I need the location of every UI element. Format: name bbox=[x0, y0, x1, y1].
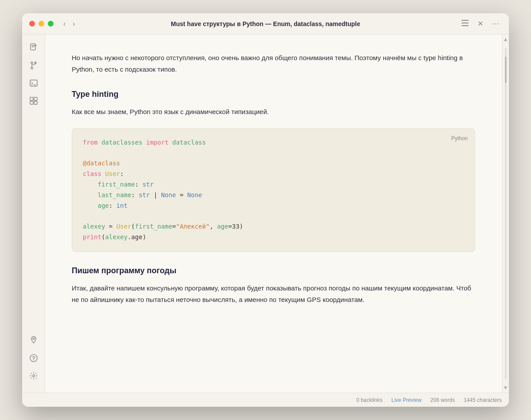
code-line: age: int bbox=[83, 201, 464, 211]
grid-icon[interactable] bbox=[26, 93, 42, 109]
sidebar: ? bbox=[22, 34, 45, 393]
code-line: alexey = User(first_name="Алексей", age=… bbox=[83, 221, 464, 232]
code-line: last_name: str | None = None bbox=[83, 190, 464, 201]
minimize-button[interactable] bbox=[38, 21, 44, 27]
section2-body: Итак, давайте напишем консульную програм… bbox=[72, 283, 475, 306]
code-block: Python from dataclasses import dataclass… bbox=[72, 128, 475, 252]
svg-rect-11 bbox=[34, 101, 37, 104]
close-button[interactable] bbox=[29, 21, 35, 27]
main-layout: ? Но начать нужно с некоторого отступлен… bbox=[22, 34, 509, 393]
content-area: Но начать нужно с некоторого отступления… bbox=[45, 34, 509, 393]
app-window: ‹ › Must have структуры в Python — Enum,… bbox=[22, 13, 509, 407]
nav-arrows: ‹ › bbox=[61, 18, 78, 30]
svg-point-4 bbox=[31, 62, 33, 64]
svg-rect-10 bbox=[30, 101, 33, 104]
svg-point-15 bbox=[32, 375, 35, 377]
document-icon[interactable] bbox=[26, 40, 42, 56]
svg-point-12 bbox=[33, 338, 35, 340]
panel-button[interactable] bbox=[459, 18, 471, 30]
code-line: first_name: str bbox=[83, 179, 464, 190]
more-button[interactable]: ⋯ bbox=[489, 18, 502, 30]
code-content: from dataclasses import dataclass @datac… bbox=[83, 137, 464, 243]
words-status: 206 words bbox=[431, 397, 455, 403]
branch-icon[interactable] bbox=[26, 57, 42, 73]
svg-point-6 bbox=[31, 67, 33, 69]
article-intro: Но начать нужно с некоторого отступления… bbox=[72, 52, 475, 76]
scrollbar-right: ▲ ▼ bbox=[502, 34, 509, 393]
svg-rect-0 bbox=[462, 20, 469, 21]
scrollbar-track bbox=[505, 48, 507, 379]
settings-icon[interactable] bbox=[26, 368, 42, 384]
section1-body: Как все мы знаем, Python это язык с дина… bbox=[72, 106, 475, 118]
svg-rect-2 bbox=[462, 25, 469, 26]
scroll-down-arrow[interactable]: ▼ bbox=[501, 383, 509, 393]
status-bar: 0 backlinks Live Preview 206 words 1445 … bbox=[22, 393, 509, 407]
svg-rect-7 bbox=[30, 80, 37, 86]
svg-rect-8 bbox=[30, 97, 33, 100]
titlebar-actions: ✕ ⋯ bbox=[459, 18, 502, 30]
location-icon[interactable] bbox=[26, 332, 42, 348]
code-line bbox=[83, 211, 464, 221]
svg-rect-1 bbox=[462, 23, 469, 23]
traffic-lights bbox=[29, 21, 54, 27]
code-lang: Python bbox=[451, 134, 468, 143]
panel-icon bbox=[462, 20, 469, 26]
sidebar-top bbox=[26, 40, 42, 331]
section2-heading: Пишем программу погоды bbox=[72, 266, 475, 275]
scrollbar-thumb[interactable] bbox=[505, 57, 507, 83]
code-line: print(alexey.age) bbox=[83, 232, 464, 243]
terminal-icon[interactable] bbox=[26, 75, 42, 91]
scroll-up-arrow[interactable]: ▲ bbox=[501, 34, 509, 44]
section1-heading: Type hinting bbox=[72, 90, 475, 99]
close-x-button[interactable]: ✕ bbox=[475, 18, 486, 30]
characters-status: 1445 characters bbox=[464, 397, 502, 403]
sidebar-bottom: ? bbox=[26, 332, 42, 387]
editor-pane[interactable]: Но начать нужно с некоторого отступления… bbox=[45, 34, 502, 393]
help-icon[interactable]: ? bbox=[26, 350, 42, 366]
live-preview-status[interactable]: Live Preview bbox=[392, 397, 422, 403]
back-button[interactable]: ‹ bbox=[61, 18, 68, 30]
svg-rect-9 bbox=[34, 97, 37, 100]
code-line: from dataclasses import dataclass bbox=[83, 137, 464, 148]
maximize-button[interactable] bbox=[48, 21, 54, 27]
forward-button[interactable]: › bbox=[70, 18, 77, 30]
window-title: Must have структуры в Python — Enum, dat… bbox=[171, 20, 360, 27]
svg-text:?: ? bbox=[32, 355, 35, 362]
code-line bbox=[83, 148, 464, 159]
backlinks-status: 0 backlinks bbox=[356, 397, 382, 403]
code-line: class User: bbox=[83, 169, 464, 179]
titlebar: ‹ › Must have структуры в Python — Enum,… bbox=[22, 13, 509, 34]
code-line: @dataclass bbox=[83, 158, 464, 169]
